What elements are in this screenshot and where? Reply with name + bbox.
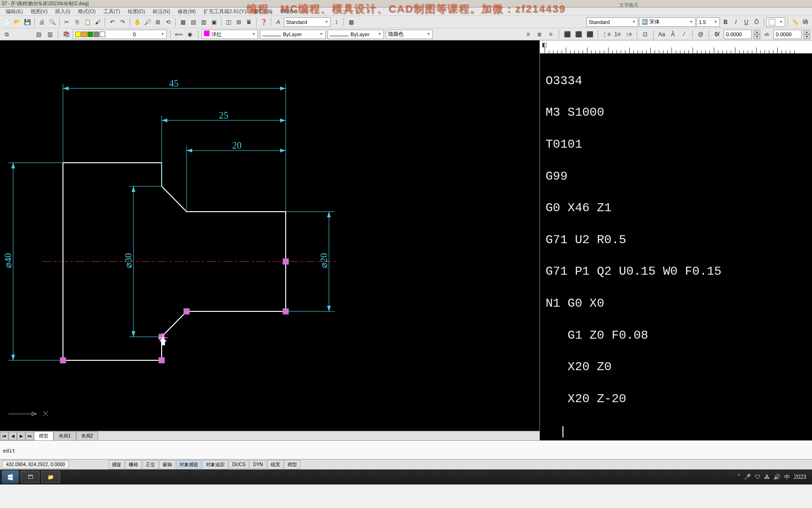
task-explorer[interactable]: 📁: [41, 471, 60, 483]
match-icon[interactable]: 🖌: [93, 17, 102, 27]
undo-icon[interactable]: ↶: [108, 17, 117, 27]
tray-shield-icon[interactable]: 🛡: [755, 474, 760, 480]
field-icon[interactable]: ⊡: [640, 30, 650, 39]
save-icon[interactable]: 💾: [23, 17, 32, 27]
coords-readout[interactable]: 432.0904, 824.2922, 0.0000: [2, 460, 69, 468]
status-ortho[interactable]: 正交: [142, 460, 158, 469]
calc-icon[interactable]: 🖩: [244, 17, 254, 27]
tab-layout1[interactable]: 布局1: [54, 431, 76, 440]
size-dropdown[interactable]: 1.5▼: [696, 17, 720, 27]
tray-volume-icon[interactable]: 🔊: [773, 474, 781, 480]
tracking-spinner[interactable]: ▲▼: [754, 30, 760, 39]
status-otrack[interactable]: 对象追踪: [203, 460, 228, 469]
new-icon[interactable]: 📄: [2, 17, 11, 27]
zoom-prev-icon[interactable]: ⟲: [164, 17, 173, 27]
ruler-indent-icon[interactable]: ◧: [542, 41, 547, 48]
status-lwt[interactable]: 线宽: [267, 460, 283, 469]
status-snap[interactable]: 捕捉: [109, 460, 125, 469]
status-model[interactable]: 模型: [284, 460, 300, 469]
width-input[interactable]: [773, 30, 802, 39]
tray-ime[interactable]: 中: [784, 473, 790, 481]
sheet-set-icon[interactable]: ▣: [209, 17, 219, 27]
layer-iso-icon[interactable]: ◉: [185, 30, 195, 39]
status-ducs[interactable]: DUCS: [229, 460, 249, 468]
preview-icon[interactable]: 🔍: [47, 17, 57, 27]
textstyle-icon[interactable]: A: [273, 17, 283, 27]
status-polar[interactable]: 极轴: [159, 460, 175, 469]
gcode-content[interactable]: O3334 M3 S1000 T0101 G99 G0 X46 Z1 G71 U…: [540, 54, 812, 459]
menu-help[interactable]: 帮助(H): [276, 8, 301, 15]
menu-dim[interactable]: 标注(N): [149, 8, 174, 15]
font-dropdown[interactable]: 🔤 宋体▼: [639, 17, 695, 27]
menu-edit[interactable]: 编辑(E): [2, 8, 27, 15]
plotstyle-dropdown[interactable]: 随颜色 ▼: [386, 30, 433, 39]
tab-next-icon[interactable]: ▶: [17, 432, 25, 440]
align-center-icon[interactable]: ≣: [535, 30, 544, 39]
grip-icon[interactable]: [184, 309, 189, 314]
menu-format[interactable]: 格式(O): [74, 8, 100, 15]
menu-tools[interactable]: 工具(T): [100, 8, 124, 15]
drawing-canvas[interactable]: 45 25 20 ⌀40 ⌀30: [0, 40, 539, 440]
grip-icon[interactable]: [159, 357, 164, 363]
tracking-input[interactable]: [724, 30, 752, 39]
align-right-icon[interactable]: ≡: [546, 30, 555, 39]
text-style-dropdown[interactable]: Standard▼: [284, 17, 331, 27]
ruler-icon[interactable]: 📏: [790, 17, 800, 27]
tab-prev-icon[interactable]: ◀: [8, 432, 17, 440]
status-dyn[interactable]: DYN: [250, 460, 266, 468]
tab-model[interactable]: 模型: [34, 431, 54, 440]
start-button[interactable]: [2, 470, 19, 484]
mtext-style-dropdown[interactable]: Standard▼: [586, 17, 638, 27]
menu-insert[interactable]: 插入(I): [51, 8, 74, 15]
menu-ext[interactable]: 扩充工具箱2.81(Y): [200, 8, 250, 15]
grip-icon[interactable]: [283, 309, 289, 314]
align-left-icon[interactable]: ≡: [523, 30, 533, 39]
tab-last-icon[interactable]: ⏭: [25, 432, 34, 440]
menu-modify[interactable]: 修改(M): [174, 8, 200, 15]
task-app1[interactable]: 🗔: [21, 471, 39, 483]
layer-dropdown[interactable]: 0 ▼: [73, 30, 167, 39]
design-center-icon[interactable]: ▤: [188, 17, 198, 27]
bold-button[interactable]: B: [721, 17, 730, 27]
textcolor-dropdown[interactable]: ▼: [766, 17, 785, 27]
zoom-window-icon[interactable]: ⊞: [153, 17, 163, 27]
ok-button[interactable]: 确: [801, 17, 810, 27]
linetype-dropdown[interactable]: ByLayer ▼: [260, 30, 326, 39]
menu-view[interactable]: 视图(V): [27, 8, 52, 15]
italic-button[interactable]: I: [731, 17, 741, 27]
cut-icon[interactable]: ✂: [62, 17, 71, 27]
open-icon[interactable]: 📂: [12, 17, 22, 27]
dim-style-icon[interactable]: ⟟: [332, 17, 341, 27]
uppercase-icon[interactable]: Aa: [657, 30, 666, 39]
linespace-icon[interactable]: ↕≡: [624, 30, 633, 39]
ruler[interactable]: ◧: [540, 40, 812, 54]
help-icon[interactable]: ❓: [259, 17, 268, 27]
symbol-icon[interactable]: Ā: [668, 30, 678, 39]
zoom-icon[interactable]: 🔎: [143, 17, 152, 27]
tray-network-icon[interactable]: 🖧: [764, 474, 770, 480]
print-icon[interactable]: 🖨: [37, 17, 47, 27]
grip-icon[interactable]: [283, 259, 289, 264]
mtext-editor[interactable]: ◧ O3334 M3 S1000 T0101 G99 G0 X46 Z1 G71…: [539, 40, 812, 440]
overline-button[interactable]: Ō: [752, 17, 761, 27]
table-icon[interactable]: ⊞: [234, 17, 243, 27]
menu-draw[interactable]: 绘图(D): [124, 8, 149, 15]
layer-props-icon[interactable]: ▤: [34, 30, 43, 39]
oblique-icon[interactable]: ∕: [679, 30, 689, 39]
tray-clock[interactable]: 2023: [794, 474, 806, 480]
redo-icon[interactable]: ↷: [118, 17, 127, 27]
props-icon[interactable]: ▦: [178, 17, 187, 27]
tool-palette-icon[interactable]: ▥: [199, 17, 208, 27]
color-dropdown[interactable]: 洋红 ▼: [202, 30, 258, 39]
at-icon[interactable]: @: [696, 30, 705, 39]
pan-icon[interactable]: ✋: [133, 17, 142, 27]
table-style-icon[interactable]: ▦: [346, 17, 356, 27]
grip-icon[interactable]: [60, 357, 66, 363]
lineweight-dropdown[interactable]: ByLayer ▼: [328, 30, 384, 39]
bullets-icon[interactable]: ⋮≡: [601, 30, 611, 39]
status-grid[interactable]: 栅格: [125, 460, 141, 469]
menu-window[interactable]: 窗口(W): [250, 8, 276, 15]
numbering-icon[interactable]: 1≡: [613, 30, 622, 39]
block-icon[interactable]: ◫: [224, 17, 233, 27]
justify-tl-icon[interactable]: ⬛: [562, 30, 572, 39]
